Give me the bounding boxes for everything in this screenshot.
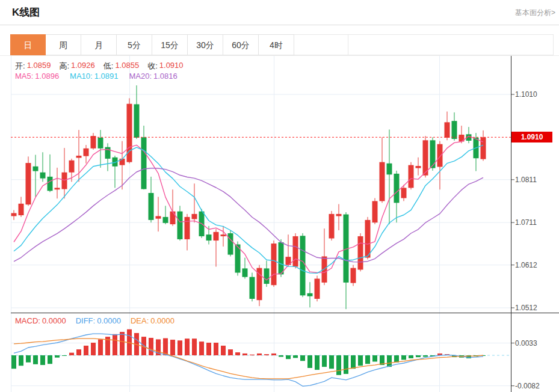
tab-month[interactable]: 月 <box>81 34 117 55</box>
tabbar-underline <box>0 55 559 56</box>
tabbar-spacer <box>294 34 348 55</box>
ohlc-legend: 开:1.0859 高:1.0926 低:1.0855 收:1.0910 <box>15 61 184 72</box>
dea-readout: DEA:0.0000 <box>131 316 174 325</box>
interval-tabbar: 日 周 月 5分 15分 30分 60分 4时 <box>10 34 554 55</box>
macd-legend: MACD:0.0000 DIFF:0.0000 DEA:0.0000 <box>15 316 174 325</box>
tab-4hour[interactable]: 4时 <box>259 34 294 55</box>
fundamental-analysis-link[interactable]: 基本面分析> <box>515 8 555 18</box>
ma5-readout: MA5:1.0896 <box>15 72 59 81</box>
tab-day[interactable]: 日 <box>10 34 46 55</box>
page-title: K线图 <box>12 5 40 19</box>
price-tick-label: 1.0612 <box>515 261 537 269</box>
tab-week[interactable]: 周 <box>46 34 81 55</box>
price-tick-label: 1.0512 <box>515 304 537 312</box>
high-readout: 高:1.0926 <box>59 61 94 72</box>
kline-app: K线图 基本面分析> 日 周 月 5分 15分 30分 60分 4时 开:1.0… <box>0 0 559 392</box>
ma-legend: MA5:1.0896 MA10:1.0891 MA20:1.0816 <box>15 72 178 81</box>
current-price-tag: 1.0910 <box>511 132 552 142</box>
ma20-readout: MA20:1.0816 <box>129 72 177 81</box>
macd-readout: MACD:0.0000 <box>15 316 66 325</box>
low-readout: 低:1.0855 <box>103 61 139 72</box>
price-tick-label: 1.0711 <box>515 218 537 227</box>
macd-tick-label: -0.0082 <box>515 382 540 390</box>
ma10-readout: MA10:1.0891 <box>70 72 118 81</box>
kline-chart-canvas[interactable] <box>0 0 559 392</box>
tab-60min[interactable]: 60分 <box>223 34 259 55</box>
macd-tick-label: 0.0033 <box>515 339 537 348</box>
header-divider <box>0 25 559 25</box>
tab-30min[interactable]: 30分 <box>188 34 223 55</box>
diff-readout: DIFF:0.0000 <box>76 316 121 325</box>
price-tick-label: 1.0811 <box>515 176 537 184</box>
open-readout: 开:1.0859 <box>15 61 51 72</box>
tab-15min[interactable]: 15分 <box>152 34 188 55</box>
tab-5min[interactable]: 5分 <box>117 34 152 55</box>
close-readout: 收:1.0910 <box>147 61 183 72</box>
price-tick-label: 1.1010 <box>515 90 537 99</box>
tabbar-spacer <box>348 34 554 55</box>
